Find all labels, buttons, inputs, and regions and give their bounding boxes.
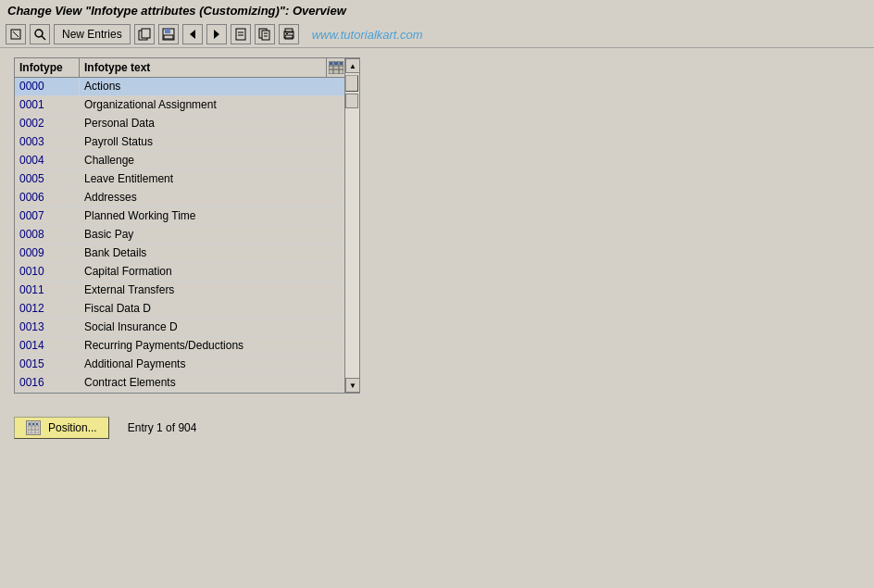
title-bar: Change View "Infotype attributes (Custom… (0, 0, 874, 21)
svg-rect-27 (330, 62, 332, 65)
forward-icon (210, 28, 223, 41)
cell-infotype-text: Contract Elements (80, 374, 344, 392)
table-row[interactable]: 0014Recurring Payments/Deductions (15, 337, 344, 356)
toolbar-btn-fwd[interactable] (206, 24, 227, 44)
table-row[interactable]: 0000Actions (15, 78, 344, 96)
cell-infotype: 0012 (15, 300, 80, 318)
table-scrollbar[interactable]: ▲ ▼ (345, 57, 360, 394)
cell-infotype-text: Addresses (80, 189, 344, 206)
col-header-infotype: Infotype (15, 58, 80, 77)
table-header: Infotype Infotype text (15, 58, 344, 78)
table-row[interactable]: 0012Fiscal Data D (15, 300, 344, 319)
cell-infotype-text: Fiscal Data D (80, 300, 344, 318)
cell-infotype: 0006 (15, 189, 80, 206)
scroll-track (345, 73, 359, 378)
col-header-icon (326, 58, 344, 77)
position-grid-icon (28, 422, 39, 433)
table-row[interactable]: 0008Basic Pay (15, 226, 344, 244)
cell-infotype-text: Planned Working Time (80, 207, 344, 225)
toolbar-btn-copy[interactable] (134, 24, 155, 44)
table-row[interactable]: 0013Social Insurance D (15, 319, 344, 337)
svg-rect-11 (236, 29, 245, 40)
toolbar-btn-search[interactable] (30, 24, 50, 44)
position-btn-label: Position... (48, 421, 97, 434)
print-icon (282, 28, 295, 41)
table-settings-icon (329, 61, 343, 74)
table-rows: 0000Actions0001Organizational Assignment… (15, 78, 344, 393)
cell-infotype: 0003 (15, 133, 80, 151)
svg-rect-29 (340, 62, 343, 65)
svg-rect-21 (286, 33, 288, 34)
cell-infotype: 0001 (15, 96, 80, 114)
svg-rect-7 (165, 29, 170, 33)
cell-infotype: 0010 (15, 263, 80, 281)
svg-line-1 (13, 31, 19, 37)
back-icon (186, 28, 199, 41)
table-row[interactable]: 0005Leave Entitlement (15, 170, 344, 189)
copy-icon (138, 28, 151, 41)
toolbar-btn-print[interactable] (279, 24, 299, 44)
table-row[interactable]: 0010Capital Formation (15, 263, 344, 281)
table-row[interactable]: 0003Payroll Status (15, 133, 344, 152)
scroll-up-btn[interactable]: ▲ (345, 58, 360, 73)
table-row[interactable]: 0011External Transfers (15, 281, 344, 300)
col-header-infotype-text: Infotype text (80, 58, 326, 77)
cell-infotype: 0011 (15, 281, 80, 299)
scroll-thumb[interactable] (345, 75, 358, 92)
main-content: Infotype Infotype text (0, 48, 874, 403)
cell-infotype: 0015 (15, 356, 80, 373)
toolbar-btn-back[interactable] (182, 24, 203, 44)
doc1-icon (234, 28, 247, 41)
toolbar-btn-save[interactable] (158, 24, 179, 44)
cell-infotype-text: Organizational Assignment (80, 96, 344, 114)
scroll-thumb2 (345, 94, 358, 108)
cell-infotype-text: Social Insurance D (80, 319, 344, 336)
table-row[interactable]: 0001Organizational Assignment (15, 96, 344, 115)
svg-line-3 (42, 36, 45, 40)
svg-point-2 (35, 30, 43, 37)
save-icon (162, 28, 175, 41)
cell-infotype: 0002 (15, 115, 80, 132)
cell-infotype: 0016 (15, 374, 80, 392)
position-icon (26, 420, 41, 435)
cell-infotype: 0007 (15, 207, 80, 225)
toolbar-btn-doc2[interactable] (255, 24, 275, 44)
cell-infotype-text: Actions (80, 78, 344, 95)
table-row[interactable]: 0016Contract Elements (15, 374, 344, 393)
cell-infotype: 0008 (15, 226, 80, 244)
cell-infotype: 0013 (15, 319, 80, 336)
bottom-area: Position... Entry 1 of 904 (0, 403, 874, 453)
cell-infotype-text: Leave Entitlement (80, 170, 344, 188)
toolbar-btn-doc1[interactable] (231, 24, 251, 44)
cell-infotype-text: Basic Pay (80, 226, 344, 244)
cell-infotype: 0014 (15, 337, 80, 355)
cell-infotype: 0000 (15, 78, 80, 95)
table-row[interactable]: 0009Bank Details (15, 244, 344, 263)
svg-rect-28 (334, 62, 338, 65)
cell-infotype-text: Recurring Payments/Deductions (80, 337, 344, 355)
position-button[interactable]: Position... (14, 417, 109, 439)
scroll-down-btn[interactable]: ▼ (345, 378, 360, 393)
table-row[interactable]: 0002Personal Data (15, 115, 344, 133)
search-icon (33, 28, 46, 41)
new-entries-button[interactable]: New Entries (54, 24, 131, 44)
table-row[interactable]: 0004Challenge (15, 152, 344, 170)
svg-marker-9 (190, 30, 195, 39)
table-row[interactable]: 0007Planned Working Time (15, 207, 344, 226)
table-row[interactable]: 0006Addresses (15, 189, 344, 207)
cell-infotype-text: Bank Details (80, 244, 344, 262)
entry-info: Entry 1 of 904 (128, 421, 197, 434)
svg-rect-15 (262, 31, 269, 40)
table-row[interactable]: 0015Additional Payments (15, 356, 344, 374)
toolbar: New Entries (0, 21, 874, 48)
svg-rect-5 (142, 29, 150, 38)
page-title: Change View "Infotype attributes (Custom… (7, 4, 346, 18)
svg-rect-8 (164, 35, 173, 39)
svg-rect-37 (36, 423, 38, 425)
pencil-icon (9, 28, 22, 41)
cell-infotype: 0009 (15, 244, 80, 262)
cell-infotype-text: Challenge (80, 152, 344, 169)
svg-rect-36 (32, 423, 34, 425)
toolbar-btn-edit[interactable] (6, 24, 26, 44)
svg-rect-35 (29, 423, 31, 425)
